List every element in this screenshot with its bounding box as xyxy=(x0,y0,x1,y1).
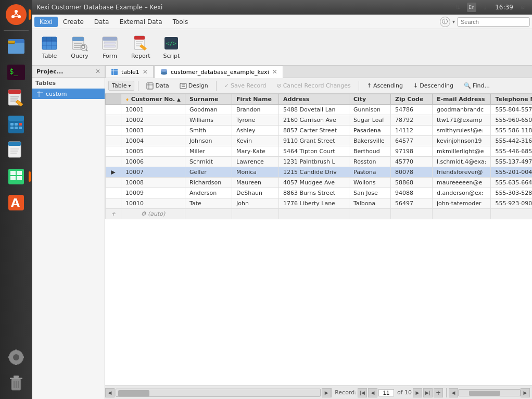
kexi-dock-icon[interactable] xyxy=(4,164,29,189)
cell-surname[interactable]: Schmidt xyxy=(185,157,232,167)
cell-firstname[interactable]: DeShaun xyxy=(232,188,279,198)
cell-email[interactable]: l.schmidt.4@exa: xyxy=(433,157,491,167)
cell-surname[interactable]: Richardson xyxy=(185,178,232,188)
cell-firstname[interactable]: Tyrone xyxy=(232,115,279,126)
col-header-phone[interactable]: Telephone No. xyxy=(491,94,532,105)
h-scroll-left-btn[interactable]: ◀ xyxy=(105,388,115,397)
cell-phone[interactable]: 555-804-5578 xyxy=(491,105,532,115)
cell-address[interactable]: 1231 Paintbrush L xyxy=(279,157,349,167)
files-dock-icon[interactable] xyxy=(4,34,29,59)
cell-zip[interactable]: 80078 xyxy=(391,167,433,178)
table-row[interactable]: 10004JohnsonKevin9110 Grant StreetBakers… xyxy=(106,136,533,146)
cell-phone[interactable]: 555-923-0904 xyxy=(491,198,532,209)
cell-address[interactable]: 1776 Liberty Lane xyxy=(279,198,349,209)
cell-phone[interactable]: 555-586-1180 xyxy=(491,126,532,136)
h-scrollbar-thumb[interactable] xyxy=(118,390,149,396)
v-scroll-right-btn[interactable]: ▶ xyxy=(521,388,530,397)
cell-surname[interactable]: Johnson xyxy=(185,136,232,146)
cell-phone[interactable]: 555-137-4975 xyxy=(491,157,532,167)
cell-city[interactable]: San Jose xyxy=(349,188,391,198)
vertical-scrollbar[interactable] xyxy=(458,389,521,396)
menu-kexi[interactable]: Kexi xyxy=(34,17,58,27)
cell-email[interactable]: maureeeeen@e xyxy=(433,178,491,188)
cell-no[interactable]: 10007 xyxy=(121,167,185,178)
cell-address[interactable]: 4057 Mudgee Ave xyxy=(279,178,349,188)
col-header-customer-no[interactable]: ⬧ Customer No. xyxy=(121,94,185,105)
cell-phone[interactable]: 555-446-6858 xyxy=(491,146,532,157)
cell-city[interactable]: Talbona xyxy=(349,198,391,209)
cell-no[interactable]: 10006 xyxy=(121,157,185,167)
cell-firstname[interactable]: John xyxy=(232,198,279,209)
col-header-surname[interactable]: Surname xyxy=(185,94,232,105)
menu-tools[interactable]: Tools xyxy=(168,17,194,27)
cell-city[interactable]: Pastona xyxy=(349,167,391,178)
software-center-dock-icon[interactable]: A xyxy=(4,190,29,215)
cell-no[interactable]: 10004 xyxy=(121,136,185,146)
power-icon[interactable]: ⚙ xyxy=(517,2,528,13)
cell-email[interactable]: goodmanbrandc xyxy=(433,105,491,115)
cell-firstname[interactable]: Monica xyxy=(232,167,279,178)
cell-no[interactable]: 10008 xyxy=(121,178,185,188)
info-icon[interactable]: ⓘ xyxy=(440,17,450,27)
cell-surname[interactable]: Tate xyxy=(185,198,232,209)
text-editor-dock-icon[interactable] xyxy=(4,86,29,111)
cell-no[interactable]: 10009 xyxy=(121,188,185,198)
v-scrollbar-thumb[interactable] xyxy=(469,391,500,396)
cell-email[interactable]: john-tatemoder xyxy=(433,198,491,209)
table-row[interactable]: 10009AndersonDeShaun8863 Burns StreetSan… xyxy=(106,188,533,198)
cell-email[interactable]: ttw171@examp xyxy=(433,115,491,126)
cell-firstname[interactable]: Brandon xyxy=(232,105,279,115)
cell-surname[interactable]: Anderson xyxy=(185,188,232,198)
table-row[interactable]: 10002WilliamsTyrone2160 Garrison AveSuga… xyxy=(106,115,533,126)
tab-table1[interactable]: table1 ✕ xyxy=(105,66,154,78)
cell-no[interactable]: 10001 xyxy=(121,105,185,115)
table-row[interactable]: 10003SmithAshley8857 Carter StreetPasade… xyxy=(106,126,533,136)
cell-address[interactable]: 8857 Carter Street xyxy=(279,126,349,136)
cell-zip[interactable]: 94088 xyxy=(391,188,433,198)
v-scroll-left-btn[interactable]: ◀ xyxy=(449,388,458,397)
col-header-firstname[interactable]: First Name xyxy=(232,94,279,105)
cell-email[interactable]: kevinjohnson19 xyxy=(433,136,491,146)
cell-firstname[interactable]: Lawrence xyxy=(232,157,279,167)
cell-zip[interactable]: 14112 xyxy=(391,126,433,136)
data-view-btn[interactable]: Data xyxy=(142,81,173,91)
nav-add-btn[interactable]: + xyxy=(434,388,443,397)
cell-surname[interactable]: Miller xyxy=(185,146,232,157)
h-scroll-right-btn[interactable]: ▶ xyxy=(322,388,331,397)
sidebar-close-icon[interactable]: ✕ xyxy=(95,68,100,75)
trash-dock-icon[interactable] xyxy=(4,370,29,395)
nav-prev-btn[interactable]: ◀ xyxy=(368,388,377,397)
col-header-address[interactable]: Address xyxy=(279,94,349,105)
table-row[interactable]: ▶10007GellerMonica1215 Candide DrivPasto… xyxy=(106,167,533,178)
toolbar-form-btn[interactable]: Form xyxy=(97,33,123,61)
cell-zip[interactable]: 58868 xyxy=(391,178,433,188)
cell-firstname[interactable]: Maureen xyxy=(232,178,279,188)
cell-city[interactable]: Berthoud xyxy=(349,146,391,157)
new-record-row[interactable]: +⚙ (auto) xyxy=(106,209,533,219)
cell-no[interactable]: 10010 xyxy=(121,198,185,209)
toolbar-table-btn[interactable]: Table xyxy=(36,33,62,61)
toolbar-report-btn[interactable]: Report xyxy=(127,33,154,61)
cell-address[interactable]: 5464 Tipton Court xyxy=(279,146,349,157)
settings-dock-icon[interactable] xyxy=(4,345,29,370)
nav-first-btn[interactable]: |◀ xyxy=(358,388,367,397)
cell-email[interactable]: friendsforever@ xyxy=(433,167,491,178)
cell-firstname[interactable]: Kevin xyxy=(232,136,279,146)
col-header-city[interactable]: City xyxy=(349,94,391,105)
descending-btn[interactable]: ↓ Descending xyxy=(409,81,458,90)
design-view-btn[interactable]: Design xyxy=(175,81,212,91)
cell-phone[interactable]: 555-635-6649 xyxy=(491,178,532,188)
cell-address[interactable]: 5488 Dovetail Lan xyxy=(279,105,349,115)
record-number-input[interactable] xyxy=(378,389,394,396)
calc-dock-icon[interactable] xyxy=(4,112,29,137)
table-row[interactable]: 10001GoodmanBrandon5488 Dovetail LanGunn… xyxy=(106,105,533,115)
cell-email[interactable]: mkmillerlight@e xyxy=(433,146,491,157)
cell-phone[interactable]: 555-303-5280 xyxy=(491,188,532,198)
cell-zip[interactable]: 64577 xyxy=(391,136,433,146)
table-row[interactable]: 10005MillerMary-Kate5464 Tipton CourtBer… xyxy=(106,146,533,157)
tab-customer-db-close[interactable]: ✕ xyxy=(272,68,277,76)
cell-zip[interactable]: 78792 xyxy=(391,115,433,126)
cell-firstname[interactable]: Ashley xyxy=(232,126,279,136)
tab-table1-close[interactable]: ✕ xyxy=(143,68,148,76)
cell-email[interactable]: smithyrules!@e: xyxy=(433,126,491,136)
